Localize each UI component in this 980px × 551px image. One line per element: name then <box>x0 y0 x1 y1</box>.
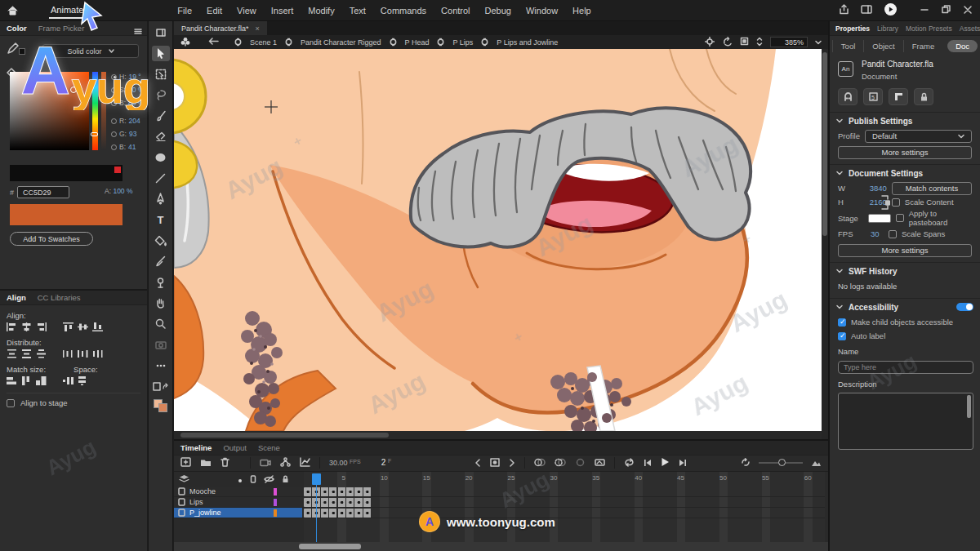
hex-input[interactable]: CC5D29 <box>17 186 69 198</box>
layer-color-chip[interactable] <box>274 488 277 495</box>
align-to-stage-checkbox[interactable] <box>7 399 15 407</box>
layer-color-chip[interactable] <box>274 499 277 506</box>
timeline-horizontal-scrollbar[interactable] <box>174 542 828 551</box>
snap-magnet-icon[interactable] <box>838 88 858 105</box>
app-menu-animate[interactable]: Animate <box>49 2 85 19</box>
paint-bucket-tool[interactable] <box>152 233 170 248</box>
frame-ruler[interactable]: 51015202530354045505560 <box>304 474 813 484</box>
align-middle-vertical-icon[interactable] <box>78 322 88 333</box>
keyframe-strip[interactable] <box>304 509 372 518</box>
subselection-tool[interactable] <box>152 66 170 82</box>
layer-name[interactable]: P_jowline <box>189 509 221 517</box>
current-color-swatch[interactable] <box>10 204 122 225</box>
expand-corner-icon[interactable] <box>889 88 908 105</box>
color-mode-radio[interactable] <box>111 74 117 80</box>
hide-layers-icon[interactable] <box>264 472 274 487</box>
scale-spans-checkbox[interactable] <box>889 230 897 238</box>
layer-meta[interactable]: Mooche <box>174 487 302 496</box>
align-left-icon[interactable] <box>7 322 17 333</box>
align-bottom-icon[interactable] <box>92 322 103 333</box>
accessibility-description-textarea[interactable] <box>838 393 973 450</box>
document-tab[interactable]: Pandit Character.fla* × <box>174 21 267 35</box>
zoom-tool[interactable] <box>152 316 170 331</box>
show-all-layers-icon[interactable] <box>238 472 243 487</box>
document-more-settings-button[interactable]: More settings <box>838 244 972 257</box>
panel-menu-icon[interactable] <box>134 24 142 38</box>
brush-tool[interactable] <box>152 108 170 123</box>
stage-color-swatch[interactable] <box>868 214 891 223</box>
keyframe-strip[interactable] <box>304 498 372 507</box>
properties-panel-tab[interactable]: Motion Presets <box>906 24 952 33</box>
color-mode-radio[interactable] <box>111 131 117 137</box>
breadcrumb-item[interactable]: Pandit Character Rigged <box>284 38 381 47</box>
next-frame-icon[interactable] <box>679 455 687 470</box>
swf-history-header[interactable]: SWF History <box>849 267 897 276</box>
publish-more-settings-button[interactable]: More settings <box>838 146 972 159</box>
menu-item[interactable]: Window <box>519 2 565 19</box>
color-panel-tab[interactable]: Frame Picker <box>38 24 84 33</box>
lock-icon[interactable] <box>914 88 933 105</box>
align-center-horizontal-icon[interactable] <box>21 322 32 333</box>
match-width-icon[interactable] <box>7 376 17 387</box>
stage-canvas[interactable]: Ayug Ayug Ayug Ayug Ayug Ayug Ayug + + + <box>174 49 820 431</box>
width-value[interactable]: 3840 <box>870 184 887 193</box>
edit-symbols-icon[interactable] <box>180 37 190 48</box>
lock-layers-icon[interactable] <box>282 472 289 487</box>
layer-name[interactable]: Lips <box>189 498 203 506</box>
auto-label-checkbox[interactable] <box>838 332 846 340</box>
color-mode-radio[interactable] <box>111 87 117 93</box>
highlight-layers-icon[interactable] <box>250 472 256 487</box>
menu-item[interactable]: Edit <box>199 2 229 19</box>
distribute-right-icon[interactable] <box>92 349 103 360</box>
timeline-tab[interactable]: Timeline <box>180 443 212 452</box>
align-right-icon[interactable] <box>36 322 47 333</box>
center-stage-icon[interactable] <box>705 37 715 48</box>
menu-item[interactable]: Modify <box>301 2 341 19</box>
properties-subtab[interactable]: Tool <box>832 40 863 52</box>
hue-slider[interactable] <box>92 72 98 150</box>
distribute-middle-icon[interactable] <box>21 349 32 360</box>
distribute-top-icon[interactable] <box>7 349 17 360</box>
workspace-icon[interactable] <box>861 5 872 16</box>
back-arrow-icon[interactable] <box>208 38 219 47</box>
line-tool[interactable] <box>152 171 170 186</box>
layer-row[interactable]: Mooche <box>174 487 825 497</box>
menu-item[interactable]: Control <box>434 2 477 19</box>
distribute-left-icon[interactable] <box>63 349 74 360</box>
text-tool[interactable]: T <box>152 212 170 228</box>
color-mode-radio[interactable] <box>111 144 117 150</box>
layer-parenting-icon[interactable] <box>280 455 291 470</box>
fill-stroke-color-chips[interactable] <box>154 399 168 412</box>
color-type-dropdown[interactable]: Solid color <box>42 44 139 58</box>
properties-subtab[interactable]: Frame <box>903 40 942 52</box>
collapse-chevron-icon[interactable] <box>836 304 843 309</box>
timeline-tab[interactable]: Scene <box>258 443 280 452</box>
distribute-center-icon[interactable] <box>78 349 88 360</box>
menu-item[interactable]: View <box>229 2 264 19</box>
match-height-icon[interactable] <box>21 376 32 387</box>
distribute-bottom-icon[interactable] <box>36 349 47 360</box>
previous-frame-icon[interactable] <box>644 455 652 470</box>
stroke-color-tool-icon[interactable] <box>7 42 25 58</box>
no-color-chip[interactable] <box>114 167 121 173</box>
zoom-dropdown-icon[interactable] <box>815 38 822 47</box>
new-layer-icon[interactable] <box>180 455 191 470</box>
profile-select[interactable]: Default <box>865 130 972 143</box>
dock-icon[interactable] <box>152 24 170 40</box>
breadcrumb-item[interactable]: P Lips <box>436 38 473 47</box>
add-to-swatches-button[interactable]: Add To Swatches <box>10 232 93 246</box>
saturation-brightness-picker[interactable] <box>10 72 89 150</box>
camera-tool[interactable] <box>152 337 170 353</box>
align-top-icon[interactable] <box>63 322 74 333</box>
collapse-chevron-icon[interactable] <box>836 269 843 273</box>
reset-timeline-zoom-icon[interactable] <box>741 455 751 470</box>
properties-panel-tab[interactable]: Library <box>877 24 898 33</box>
play-button[interactable] <box>661 455 670 470</box>
layers-stack-icon[interactable] <box>179 472 189 487</box>
color-picker-marker[interactable] <box>70 87 77 93</box>
layer-name[interactable]: Mooche <box>189 487 216 495</box>
breadcrumb-item[interactable]: P Head <box>389 38 430 47</box>
breadcrumb-item[interactable]: P Lips and Jowline <box>480 38 558 47</box>
restore-button[interactable] <box>942 5 951 16</box>
history-steps-icon[interactable]: 5 <box>863 88 883 105</box>
